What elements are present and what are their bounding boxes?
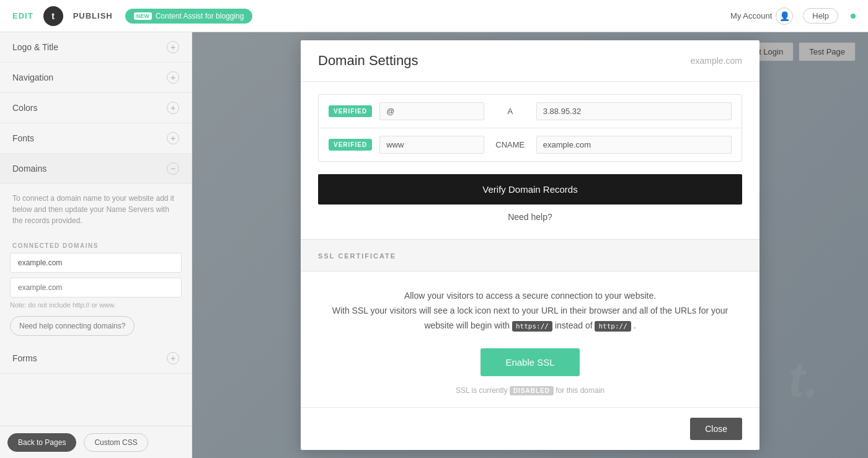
publish-button[interactable]: PUBLISH (73, 11, 113, 20)
close-button[interactable]: Close (690, 418, 742, 440)
sidebar-domains-label: Domains (12, 164, 46, 174)
account-icon[interactable]: 👤 (776, 7, 793, 25)
verified-badge-1: VERIFIED (329, 105, 372, 117)
modal-body: VERIFIED @ A 3.88.95.32 VERIFIED www CNA… (301, 82, 760, 407)
help-button[interactable]: Help (803, 8, 838, 24)
bottom-bar: Back to Pages Custom CSS (0, 426, 192, 458)
sidebar-item-logo-title[interactable]: Logo & Title + (0, 32, 192, 63)
connected-domain-value: example.com (10, 253, 182, 273)
status-dot (851, 14, 856, 19)
ssl-body: Allow your visitors to access a secure c… (301, 271, 760, 407)
ssl-desc-end: . (634, 320, 636, 330)
ssl-desc-line1: Allow your visitors to access a secure c… (404, 291, 656, 301)
topbar: EDIT t PUBLISH NEW Content Assist for bl… (0, 0, 868, 32)
modal-overlay: Domain Settings example.com VERIFIED @ A… (192, 32, 868, 458)
domain-note: Note: do not include http:// or www. (10, 301, 182, 309)
domain-settings-modal: Domain Settings example.com VERIFIED @ A… (301, 40, 760, 449)
verify-section: Verify Domain Records Need help? (301, 174, 760, 239)
sidebar-item-navigation[interactable]: Navigation + (0, 63, 192, 93)
account-section: My Account 👤 (730, 7, 793, 25)
modal-title: Domain Settings (318, 53, 418, 69)
need-help-link[interactable]: Need help? (318, 205, 742, 229)
ssl-disabled-badge: DISABLED (510, 386, 554, 395)
dns-value-1: 3.88.95.32 (536, 102, 732, 120)
connected-domains-label: CONNECTED DOMAINS (0, 235, 192, 253)
sidebar-logo-title-label: Logo & Title (12, 42, 58, 52)
dns-table: VERIFIED @ A 3.88.95.32 VERIFIED www CNA… (318, 94, 742, 162)
ssl-desc-instead: instead of (555, 320, 593, 330)
sidebar-navigation-label: Navigation (12, 73, 53, 82)
custom-css-button[interactable]: Custom CSS (84, 433, 148, 452)
ssl-desc-line2: With SSL your visitors will see a lock i… (332, 306, 728, 315)
dns-host-1: @ (379, 102, 484, 120)
content-assist-button[interactable]: NEW Content Assist for blogging (125, 9, 253, 24)
verified-badge-2: VERIFIED (329, 139, 372, 151)
dns-value-2: example.com (536, 136, 732, 154)
dns-section: VERIFIED @ A 3.88.95.32 VERIFIED www CNA… (301, 82, 760, 174)
dns-type-1: A (492, 107, 529, 116)
sidebar-fonts-expand-icon[interactable]: + (167, 132, 179, 144)
dns-type-2: CNAME (492, 140, 529, 149)
edit-button[interactable]: EDIT (12, 11, 33, 20)
verify-domain-button[interactable]: Verify Domain Records (318, 174, 742, 205)
sidebar-item-colors[interactable]: Colors + (0, 93, 192, 123)
topbar-right: My Account 👤 Help (730, 7, 856, 25)
sidebar-item-fonts[interactable]: Fonts + (0, 123, 192, 154)
ssl-description: Allow your visitors to access a secure c… (318, 289, 742, 333)
domains-description: To connect a domain name to your website… (0, 184, 192, 235)
sidebar-forms-expand-icon[interactable]: + (167, 352, 179, 364)
back-to-pages-button[interactable]: Back to Pages (7, 433, 76, 452)
sidebar-logo-title-expand-icon[interactable]: + (167, 41, 179, 53)
ssl-desc-line3: website will begin with (424, 320, 510, 330)
sidebar-colors-label: Colors (12, 103, 37, 113)
ssl-status: SSL is currently DISABLED for this domai… (318, 386, 742, 395)
https-badge: https:// (512, 321, 552, 332)
dns-host-2: www (379, 136, 484, 154)
sidebar-navigation-expand-icon[interactable]: + (167, 71, 179, 84)
enable-ssl-button[interactable]: Enable SSL (480, 348, 579, 376)
sidebar-domains-collapse-icon[interactable]: − (167, 162, 179, 175)
sidebar-item-forms[interactable]: Forms + (0, 343, 192, 374)
assist-label: Content Assist for blogging (156, 12, 244, 20)
ssl-status-text: SSL is currently (456, 386, 508, 395)
ssl-label: SSL CERTIFICATE (318, 252, 396, 260)
sidebar-fonts-label: Fonts (12, 133, 34, 143)
domain-input[interactable] (10, 278, 182, 297)
account-label: My Account (730, 11, 772, 20)
http-badge: http:// (595, 321, 631, 332)
table-row: VERIFIED www CNAME example.com (319, 128, 742, 161)
table-row: VERIFIED @ A 3.88.95.32 (319, 95, 742, 128)
sidebar-colors-expand-icon[interactable]: + (167, 102, 179, 114)
logo-icon: t (43, 6, 63, 26)
ssl-status-end: for this domain (556, 386, 604, 395)
modal-header: Domain Settings example.com (301, 40, 760, 82)
new-badge: NEW (134, 12, 152, 20)
modal-domain: example.com (691, 56, 742, 66)
sidebar-forms-label: Forms (12, 353, 37, 363)
sidebar: Logo & Title + Navigation + Colors + Fon… (0, 32, 192, 458)
help-connecting-domains-button[interactable]: Need help connecting domains? (10, 316, 135, 336)
sidebar-item-domains[interactable]: Domains − (0, 154, 192, 184)
modal-footer: Close (301, 407, 760, 450)
ssl-section-header: SSL CERTIFICATE (301, 239, 760, 271)
